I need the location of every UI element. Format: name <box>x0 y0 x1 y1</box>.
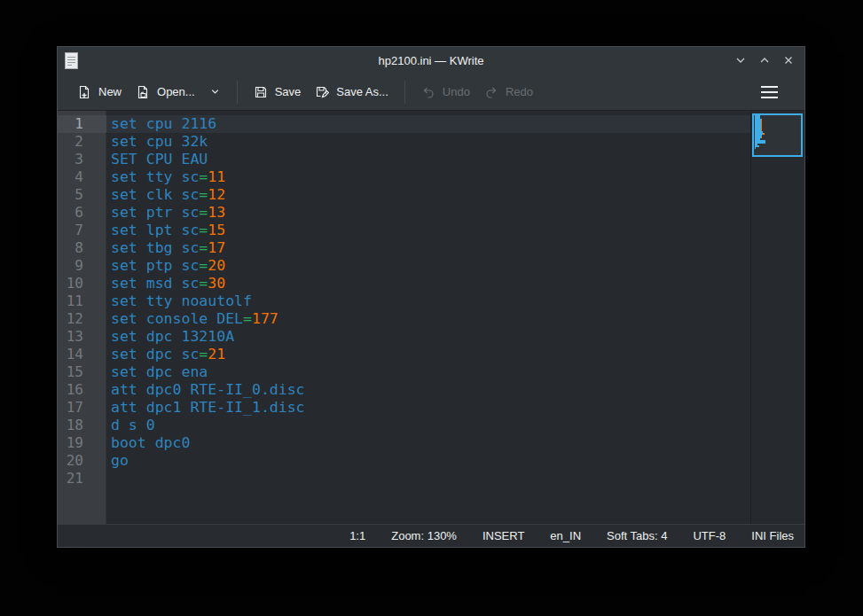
maximize-window-icon[interactable] <box>757 52 773 68</box>
code-text[interactable]: att dpc1 RTE-II_1.disc <box>106 399 804 417</box>
status-zoom-level[interactable]: Zoom: 130% <box>391 529 457 542</box>
code-line[interactable]: 2set cpu 32k <box>58 133 804 151</box>
save-as-button[interactable]: Save As... <box>308 79 396 105</box>
status-keyboard-layout[interactable]: en_IN <box>550 529 581 542</box>
new-document-icon <box>77 85 91 99</box>
status-syntax-mode[interactable]: INI Files <box>751 529 794 542</box>
line-number: 21 <box>58 470 106 487</box>
code-text[interactable]: set ptp sc=20 <box>106 257 804 275</box>
line-number: 19 <box>58 434 106 452</box>
code-text[interactable]: set tty noautolf <box>106 292 804 310</box>
line-number: 8 <box>58 239 106 257</box>
save-as-icon <box>315 85 329 99</box>
code-line[interactable]: 15set dpc ena <box>58 363 804 381</box>
line-number: 11 <box>58 292 106 310</box>
line-number: 18 <box>58 417 106 434</box>
close-window-icon[interactable] <box>781 52 796 68</box>
code-line[interactable]: 4set tty sc=11 <box>58 168 804 186</box>
code-text[interactable]: boot dpc0 <box>106 434 804 452</box>
text-editor-area[interactable]: 1set cpu 21162set cpu 32k3SET CPU EAU4se… <box>58 111 804 524</box>
code-text[interactable]: set clk sc=12 <box>106 186 804 204</box>
open-recent-chevron-icon[interactable] <box>202 80 228 104</box>
code-text[interactable]: set dpc sc=21 <box>106 346 804 363</box>
redo-button[interactable]: Redo <box>477 79 540 105</box>
status-input-mode[interactable]: INSERT <box>482 529 524 542</box>
line-number: 5 <box>58 186 106 204</box>
code-line[interactable]: 5set clk sc=12 <box>58 186 804 204</box>
minimap-scrollbar[interactable] <box>750 111 804 524</box>
code-text[interactable]: set msd sc=30 <box>106 275 804 292</box>
kwrite-window: hp2100.ini — KWrite New <box>57 46 805 548</box>
code-text[interactable]: set tbg sc=17 <box>106 239 804 257</box>
code-line[interactable]: 10set msd sc=30 <box>58 275 804 292</box>
code-text[interactable]: set dpc 13210A <box>106 328 804 346</box>
code-line[interactable]: 8set tbg sc=17 <box>58 239 804 257</box>
new-button[interactable]: New <box>70 79 129 105</box>
save-button[interactable]: Save <box>247 79 309 105</box>
code-line[interactable]: 13set dpc 13210A <box>58 328 804 346</box>
undo-icon <box>421 85 435 99</box>
code-line[interactable]: 7set lpt sc=15 <box>58 222 804 239</box>
shade-window-icon[interactable] <box>733 52 749 68</box>
menu-hamburger-icon[interactable] <box>756 81 783 104</box>
code-line[interactable]: 19boot dpc0 <box>58 434 804 452</box>
line-number: 3 <box>58 151 106 168</box>
toolbar: New Open... Save Save As... <box>58 74 804 111</box>
code-text[interactable]: set lpt sc=15 <box>106 222 804 239</box>
line-number: 12 <box>58 310 106 328</box>
code-line[interactable]: 21 <box>58 470 804 487</box>
line-number: 15 <box>58 363 106 381</box>
code-line[interactable]: 17att dpc1 RTE-II_1.disc <box>58 399 804 417</box>
line-number: 7 <box>58 222 106 239</box>
code-text[interactable]: set ptr sc=13 <box>106 204 804 222</box>
code-line[interactable]: 3SET CPU EAU <box>58 151 804 168</box>
line-number: 17 <box>58 399 106 417</box>
toolbar-separator <box>404 81 405 104</box>
line-number: 1 <box>58 115 106 133</box>
undo-button[interactable]: Undo <box>414 79 477 105</box>
code-line[interactable]: 6set ptr sc=13 <box>58 204 804 222</box>
code-text[interactable]: SET CPU EAU <box>106 151 804 168</box>
code-text[interactable]: set tty sc=11 <box>106 168 804 186</box>
code-area: 1set cpu 21162set cpu 32k3SET CPU EAU4se… <box>58 115 804 487</box>
line-number: 9 <box>58 257 106 275</box>
code-text[interactable]: set console DEL=177 <box>106 310 804 328</box>
code-text[interactable] <box>106 470 804 487</box>
code-text[interactable]: set cpu 2116 <box>106 115 804 133</box>
line-number: 14 <box>58 346 106 363</box>
code-line[interactable]: 14set dpc sc=21 <box>58 346 804 363</box>
titlebar[interactable]: hp2100.ini — KWrite <box>58 47 804 74</box>
redo-icon <box>484 85 498 99</box>
code-line[interactable]: 9set ptp sc=20 <box>58 257 804 275</box>
line-number: 16 <box>58 381 106 399</box>
minimap-text-marks <box>755 113 765 152</box>
save-icon <box>254 85 268 99</box>
window-title: hp2100.ini — KWrite <box>58 54 804 67</box>
code-text[interactable]: att dpc0 RTE-II_0.disc <box>106 381 804 399</box>
code-line[interactable]: 20go <box>58 452 804 470</box>
line-number: 6 <box>58 204 106 222</box>
code-text[interactable]: d s 0 <box>106 417 804 434</box>
code-line[interactable]: 16att dpc0 RTE-II_0.disc <box>58 381 804 399</box>
status-tab-settings[interactable]: Soft Tabs: 4 <box>607 529 667 542</box>
code-line[interactable]: 1set cpu 2116 <box>58 115 804 133</box>
line-number: 13 <box>58 328 106 346</box>
toolbar-separator <box>237 81 238 104</box>
statusbar: 1:1Zoom: 130%INSERTen_INSoft Tabs: 4UTF-… <box>58 524 804 547</box>
code-text[interactable]: set cpu 32k <box>106 133 804 151</box>
code-text[interactable]: go <box>106 452 804 470</box>
code-line[interactable]: 11set tty noautolf <box>58 292 804 310</box>
open-button[interactable]: Open... <box>129 79 202 105</box>
line-number: 10 <box>58 275 106 292</box>
open-document-icon <box>136 85 150 99</box>
line-number: 20 <box>58 452 106 470</box>
line-number: 2 <box>58 133 106 151</box>
line-number: 4 <box>58 168 106 186</box>
code-line[interactable]: 12set console DEL=177 <box>58 310 804 328</box>
status-cursor-position[interactable]: 1:1 <box>349 529 365 542</box>
document-icon <box>65 52 78 69</box>
code-text[interactable]: set dpc ena <box>106 363 804 381</box>
code-line[interactable]: 18d s 0 <box>58 417 804 434</box>
status-encoding[interactable]: UTF-8 <box>693 529 726 542</box>
